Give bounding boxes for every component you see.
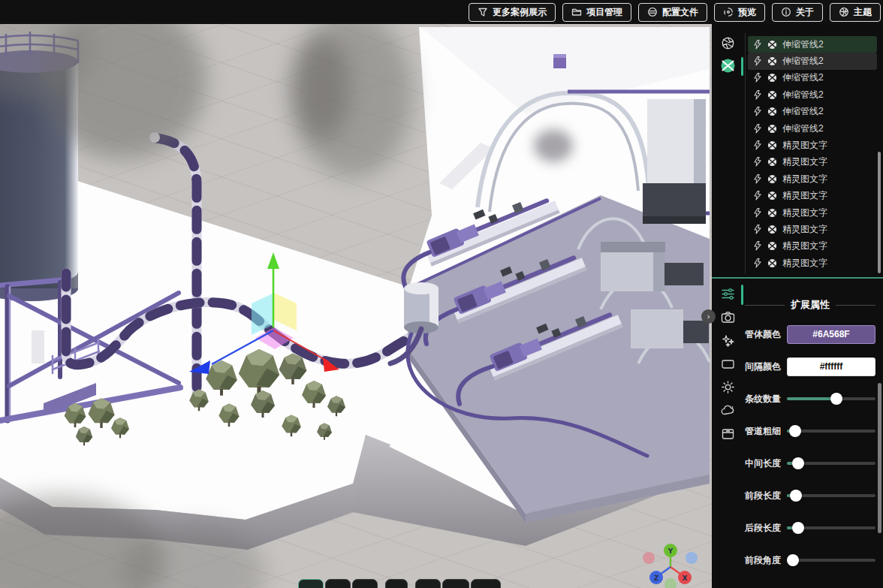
layer-item-label: 精灵图文字 <box>782 240 827 252</box>
axis-neg-z-dot[interactable] <box>686 552 698 564</box>
properties-panel: 扩展属性 管体颜色 #6A568F 间隔颜色 #ffffff 条纹数量 管道粗细… <box>743 279 883 583</box>
about-label: 关于 <box>796 6 814 19</box>
pipe-color-row: 管体颜色 #6A568F <box>745 324 875 344</box>
middle-length-slider[interactable] <box>787 457 875 469</box>
aperture-icon[interactable] <box>719 35 737 52</box>
middle-length-label: 中间长度 <box>745 457 787 470</box>
layer-item-label: 伸缩管线2 <box>782 89 824 101</box>
cloud-icon[interactable] <box>719 402 737 419</box>
layer-item-label: 精灵图文字 <box>782 155 827 168</box>
viewport-tool-button-1[interactable] <box>298 579 324 588</box>
layer-item-label: 精灵图文字 <box>782 223 827 236</box>
layer-list-item[interactable]: 伸缩管线2 <box>748 36 877 53</box>
layer-item-label: 精灵图文字 <box>782 257 827 270</box>
layer-item-label: 伸缩管线2 <box>782 55 824 68</box>
mesh-sphere-icon <box>767 208 777 218</box>
flash-icon <box>753 174 762 184</box>
viewport-tool-button-7[interactable] <box>471 579 501 588</box>
theme-icon <box>839 7 849 17</box>
layer-list-item[interactable]: 精灵图文字 <box>748 238 877 255</box>
front-length-slider[interactable] <box>787 490 875 502</box>
filter-icon <box>478 7 488 17</box>
layer-list-item[interactable]: 精灵图文字 <box>748 188 877 204</box>
layer-list-item[interactable]: 伸缩管线2 <box>748 120 877 137</box>
config-file-label: 配置文件 <box>662 6 698 19</box>
mesh-sphere-icon <box>767 258 777 268</box>
viewport-tool-button-3[interactable] <box>352 579 378 588</box>
mesh-sphere-icon <box>767 56 777 66</box>
mesh-sphere-icon <box>767 40 777 50</box>
more-examples-button[interactable]: 更多案例展示 <box>469 3 556 22</box>
archive-box-icon[interactable] <box>719 425 737 442</box>
properties-title: 扩展属性 <box>745 298 875 312</box>
flash-icon <box>753 40 762 50</box>
sidebar-collapse-button[interactable]: › <box>701 309 716 324</box>
scene-editor-app: { "topbar": { "buttons": [ { "label": "更… <box>0 0 883 588</box>
layer-list-item[interactable]: 伸缩管线2 <box>748 53 877 69</box>
project-management-button[interactable]: 项目管理 <box>562 3 631 22</box>
mesh-sphere-icon <box>767 90 777 100</box>
stripe-count-slider[interactable] <box>787 393 875 405</box>
config-file-button[interactable]: 配置文件 <box>638 3 707 22</box>
layer-list-item[interactable]: 精灵图文字 <box>748 204 877 221</box>
front-angle-slider[interactable] <box>787 554 875 566</box>
about-icon <box>781 7 791 17</box>
preview-icon <box>723 7 734 17</box>
viewport-tool-button-2[interactable] <box>325 579 351 588</box>
sparkles-icon[interactable] <box>719 332 737 349</box>
viewport-tool-button-6[interactable] <box>442 579 469 588</box>
rear-length-slider[interactable] <box>787 522 875 534</box>
filters-icon[interactable] <box>719 285 737 303</box>
mesh-sphere-icon <box>767 241 777 251</box>
layer-list-item[interactable]: 精灵图文字 <box>748 221 877 237</box>
mesh-sphere-icon <box>767 174 777 184</box>
config-icon <box>647 7 658 17</box>
preview-button[interactable]: 预览 <box>714 3 765 22</box>
layer-item-label: 精灵图文字 <box>782 173 827 185</box>
viewport-3d[interactable]: Y Z X <box>0 24 712 588</box>
layer-list-item[interactable]: 精灵图文字 <box>748 255 877 271</box>
sidebar-icon-rail <box>712 24 743 588</box>
folder-icon <box>571 7 582 17</box>
layer-item-label: 伸缩管线2 <box>782 38 824 51</box>
more-examples-label: 更多案例展示 <box>493 6 547 19</box>
layer-list-item[interactable]: 精灵图文字 <box>748 154 877 170</box>
axis-neg-y-dot[interactable] <box>665 578 677 588</box>
layer-list-item[interactable]: 精灵图文字 <box>748 170 877 187</box>
front-length-label: 前段长度 <box>745 490 787 502</box>
front-length-row: 前段长度 <box>745 486 875 505</box>
viewport-tool-button-4[interactable] <box>385 579 408 588</box>
flash-icon <box>753 90 762 100</box>
scene-canvas <box>0 24 712 588</box>
gap-color-row: 间隔颜色 #ffffff <box>745 357 875 376</box>
viewport-tool-button-5[interactable] <box>415 579 441 588</box>
front-angle-row: 前段角度 <box>745 550 875 570</box>
frame-icon[interactable] <box>719 355 737 372</box>
pipe-thickness-slider[interactable] <box>787 425 875 437</box>
layer-list-item[interactable]: 伸缩管线2 <box>748 104 877 120</box>
layer-list-scrollbar[interactable] <box>878 152 881 273</box>
rear-length-row: 后段长度 <box>745 518 875 538</box>
pipe-color-swatch[interactable]: #6A568F <box>787 325 875 344</box>
layer-list-item[interactable]: 伸缩管线2 <box>748 86 877 103</box>
camera-icon[interactable] <box>719 309 737 326</box>
theme-label: 主题 <box>854 6 872 19</box>
front-angle-label: 前段角度 <box>745 554 787 567</box>
flash-icon <box>753 191 762 201</box>
layer-item-label: 精灵图文字 <box>782 189 827 202</box>
layer-list-item[interactable]: 伸缩管线2 <box>748 70 877 86</box>
preview-label: 预览 <box>738 6 756 19</box>
axis-gizmo[interactable]: Y Z X <box>634 542 712 588</box>
mesh-sphere-icon <box>767 73 777 83</box>
mesh-sphere-icon <box>767 140 777 150</box>
layer-list-item[interactable]: 精灵图文字 <box>748 137 877 153</box>
axis-neg-x-dot[interactable] <box>643 552 655 564</box>
properties-scrollbar[interactable] <box>878 383 881 533</box>
sun-icon[interactable] <box>719 378 737 396</box>
pipe-color-label: 管体颜色 <box>745 328 787 341</box>
scene-sphere-icon[interactable] <box>719 57 737 74</box>
mesh-sphere-icon <box>767 124 777 134</box>
gap-color-swatch[interactable]: #ffffff <box>787 357 875 376</box>
theme-button[interactable]: 主题 <box>830 3 881 22</box>
about-button[interactable]: 关于 <box>772 3 823 22</box>
